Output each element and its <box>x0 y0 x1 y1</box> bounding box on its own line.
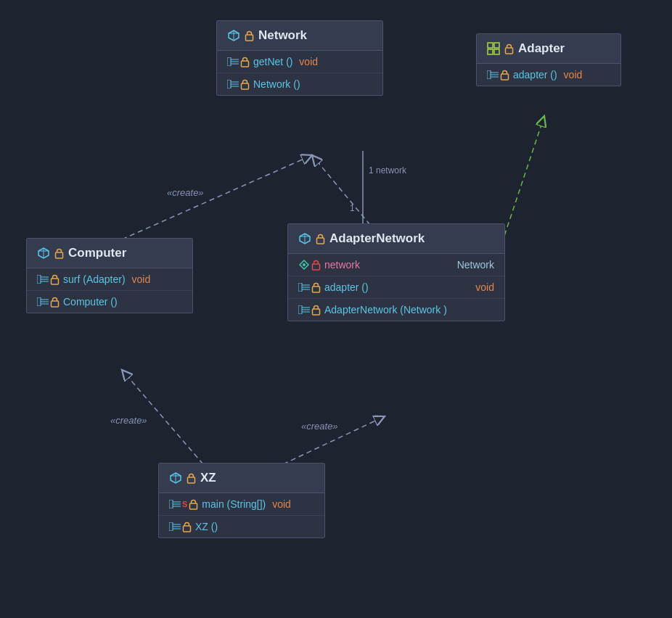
svg-rect-62 <box>188 477 195 483</box>
svg-rect-54 <box>298 305 302 314</box>
field-network-name: network <box>324 259 454 271</box>
lock-icon-xz <box>187 473 196 484</box>
grid-icon-adapter <box>487 42 500 55</box>
svg-rect-31 <box>56 252 63 258</box>
svg-rect-23 <box>487 70 491 79</box>
svg-rect-22 <box>506 48 513 54</box>
class-computer-title: Computer <box>68 246 126 260</box>
method-icon-getnet <box>227 57 250 67</box>
inherit-arrow-adapternetwork-network <box>312 155 370 225</box>
lock-icon-adapter <box>504 44 514 54</box>
svg-rect-12 <box>242 61 249 67</box>
class-network-body: getNet () void Network () <box>217 51 382 95</box>
class-adapter-header: Adapter <box>477 34 620 64</box>
method-icon-surf <box>37 274 60 285</box>
method-xz-constructor: XZ () <box>159 516 324 537</box>
method-icon-networkconstructor <box>227 79 250 90</box>
method-adapternetwork-adapter: adapter () void <box>288 276 504 299</box>
method-an-adapter-ret: void <box>475 281 494 293</box>
class-adapternetwork-header: AdapterNetwork <box>288 224 504 254</box>
method-an-constructor-name: AdapterNetwork (Network ) <box>324 304 447 316</box>
svg-rect-20 <box>488 49 493 54</box>
lock-icon-network <box>245 30 254 41</box>
label-create-xz-computer: «create» <box>110 415 147 426</box>
svg-rect-27 <box>501 74 509 80</box>
cube-icon-network <box>227 29 240 42</box>
class-xz-body: S main (String[]) void XZ () <box>159 493 324 537</box>
cube-icon-adapternetwork <box>298 232 311 245</box>
class-xz-title: XZ <box>200 471 216 485</box>
svg-point-47 <box>303 263 306 266</box>
svg-rect-72 <box>184 526 191 532</box>
class-network-title: Network <box>258 28 307 43</box>
diagram-container: «create» «create» «create» 1 network 1 N… <box>0 0 672 618</box>
class-adapter: Adapter adapter () void <box>476 33 621 86</box>
svg-rect-21 <box>494 49 499 54</box>
class-adapternetwork: AdapterNetwork network Network <box>287 223 505 321</box>
field-network-type: Network <box>457 259 494 271</box>
svg-rect-48 <box>313 264 320 270</box>
class-adapter-title: Adapter <box>518 41 565 56</box>
svg-rect-45 <box>317 238 324 244</box>
method-network-constructor-name: Network () <box>253 78 300 90</box>
label-create-computer-network: «create» <box>167 187 204 198</box>
field-network: network Network <box>288 254 504 276</box>
class-adapternetwork-body: network Network adapter () void AdapterN… <box>288 254 504 321</box>
method-icon-an-adapter <box>298 282 321 293</box>
class-computer-header: Computer <box>27 239 192 268</box>
lock-icon-computer <box>54 248 64 259</box>
method-adapter-name: adapter () <box>513 69 560 81</box>
cube-icon-computer <box>37 247 50 260</box>
method-surf-name: surf (Adapter) <box>63 273 128 285</box>
method-surf: surf (Adapter) void <box>27 268 192 291</box>
method-an-adapter-name: adapter () <box>324 281 472 293</box>
class-computer-body: surf (Adapter) void Computer () <box>27 268 192 313</box>
field-icon-network <box>298 259 321 271</box>
method-icon-xzconstructor <box>169 522 192 532</box>
svg-rect-58 <box>313 309 320 315</box>
method-network-constructor: Network () <box>217 73 382 95</box>
label-assoc-1: 1 <box>350 203 355 213</box>
svg-rect-63 <box>169 500 173 508</box>
label-create-xz-adapternetwork: «create» <box>301 421 338 432</box>
cube-icon-xz <box>169 471 182 485</box>
label-assoc-1network: 1 network <box>369 165 406 176</box>
svg-rect-37 <box>37 297 41 306</box>
class-adapter-body: adapter () void <box>477 64 620 86</box>
method-icon-main: S <box>169 499 198 510</box>
class-adapternetwork-title: AdapterNetwork <box>329 231 425 246</box>
class-network: Network getNet () void Network () <box>216 20 383 96</box>
svg-rect-19 <box>494 43 499 48</box>
svg-rect-17 <box>242 83 249 89</box>
svg-rect-13 <box>227 80 231 88</box>
method-main-name: main (String[]) <box>202 498 269 510</box>
method-icon-computerconstructor <box>37 297 60 308</box>
method-computer-constructor: Computer () <box>27 291 192 313</box>
svg-rect-8 <box>227 57 231 66</box>
method-adapternetwork-constructor: AdapterNetwork (Network ) <box>288 299 504 321</box>
class-network-header: Network <box>217 21 382 51</box>
method-getnet-name: getNet () <box>253 56 295 67</box>
method-adapter: adapter () void <box>477 64 620 86</box>
lock-icon-adapternetwork <box>316 234 325 244</box>
method-getnet: getNet () void <box>217 51 382 73</box>
method-icon-adapter <box>487 70 509 81</box>
svg-rect-41 <box>52 301 59 307</box>
method-main: S main (String[]) void <box>159 493 324 516</box>
svg-rect-36 <box>52 279 59 284</box>
svg-rect-53 <box>313 287 320 292</box>
method-icon-an-constructor <box>298 305 321 316</box>
class-xz-header: XZ <box>159 464 324 493</box>
svg-rect-67 <box>190 503 197 509</box>
svg-rect-7 <box>246 35 253 41</box>
method-adapter-ret: void <box>564 69 583 81</box>
method-computer-constructor-name: Computer () <box>63 296 118 308</box>
svg-rect-68 <box>169 522 173 531</box>
class-xz: XZ S main (String[]) void XZ <box>158 463 325 538</box>
create-arrow-computer-network <box>122 155 312 239</box>
method-main-ret: void <box>272 498 291 510</box>
method-getnet-ret: void <box>299 56 318 67</box>
svg-rect-32 <box>37 275 41 284</box>
class-computer: Computer surf (Adapter) void Computer () <box>26 238 193 313</box>
svg-rect-18 <box>488 43 493 48</box>
